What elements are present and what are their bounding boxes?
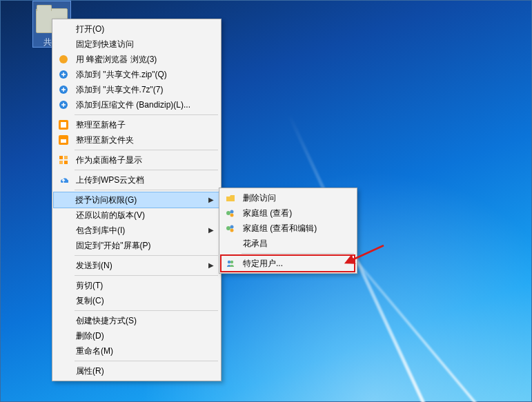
- submenu-arrow-icon: ▶: [208, 192, 214, 208]
- menu-add-zip[interactable]: 添加到 "共享文件.zip"(Q): [54, 67, 219, 82]
- menu-rename[interactable]: 重命名(M): [54, 343, 219, 359]
- menu-label: 打开(O): [76, 24, 104, 34]
- submenu-arrow-icon: ▶: [208, 223, 214, 238]
- menu-upload-wps[interactable]: 上传到WPS云文档: [54, 172, 219, 188]
- menu-grant-access[interactable]: 授予访问权限(G)▶: [53, 192, 220, 208]
- submenu-arrow-icon: ▶: [208, 258, 214, 273]
- menu-cut[interactable]: 剪切(T): [54, 278, 219, 293]
- menu-label: 整理至新格子: [76, 120, 126, 130]
- submenu-specific-users[interactable]: 特定用户...: [221, 256, 355, 271]
- menu-label: 复制(C): [76, 296, 104, 305]
- separator: [75, 361, 218, 361]
- grant-access-submenu: 删除访问 家庭组 (查看) 家庭组 (查看和编辑) 花承昌 特定用户...: [219, 188, 357, 274]
- menu-tidy-grid[interactable]: 整理至新格子: [54, 117, 219, 132]
- menu-label: 家庭组 (查看): [243, 208, 292, 218]
- menu-label: 添加到 "共享文件.zip"(Q): [76, 70, 167, 79]
- menu-add-compress[interactable]: 添加到压缩文件 (Bandizip)(L)...: [54, 97, 219, 112]
- separator: [75, 255, 218, 256]
- menu-browse-bee[interactable]: 用 蜂蜜浏览器 浏览(3): [54, 52, 219, 67]
- menu-copy[interactable]: 复制(C): [54, 293, 219, 308]
- svg-rect-9: [59, 161, 63, 164]
- menu-include-library[interactable]: 包含到库中(I)▶: [54, 223, 219, 238]
- context-menu: 打开(O) 固定到快速访问 用 蜂蜜浏览器 浏览(3) 添加到 "共享文件.zi…: [52, 19, 221, 381]
- bee-icon: [58, 54, 69, 65]
- menu-label: 创建快捷方式(S): [76, 316, 137, 325]
- svg-point-15: [230, 225, 234, 229]
- submenu-homegroup-view[interactable]: 家庭组 (查看): [221, 205, 355, 221]
- menu-label: 添加到 "共享文件.7z"(7): [76, 85, 164, 94]
- menu-label: 用 蜂蜜浏览器 浏览(3): [76, 54, 157, 64]
- bandizip-icon: [58, 69, 69, 80]
- menu-pin-quick-access[interactable]: 固定到快速访问: [54, 37, 219, 52]
- menu-create-shortcut[interactable]: 创建快捷方式(S): [54, 313, 219, 328]
- menu-label: 特定用户...: [243, 259, 283, 268]
- svg-rect-8: [64, 156, 68, 159]
- separator: [75, 150, 218, 150]
- menu-label: 上传到WPS云文档: [76, 175, 144, 185]
- bandizip-icon: [58, 99, 69, 110]
- cloud-upload-icon: [58, 174, 69, 185]
- bandizip-icon: [58, 84, 69, 95]
- submenu-homegroup-edit[interactable]: 家庭组 (查看和编辑): [221, 221, 355, 236]
- menu-label: 家庭组 (查看和编辑): [243, 223, 317, 233]
- svg-point-11: [226, 211, 230, 215]
- menu-open[interactable]: 打开(O): [54, 21, 219, 37]
- menu-tidy-folder[interactable]: 整理至新文件夹: [54, 132, 219, 148]
- sharing-folder-icon: [225, 192, 236, 203]
- submenu-remove-access[interactable]: 删除访问: [221, 190, 355, 205]
- svg-point-12: [230, 210, 234, 214]
- menu-label: 剪切(T): [76, 281, 103, 290]
- menu-label: 添加到压缩文件 (Bandizip)(L)...: [76, 100, 190, 110]
- menu-label: 属性(R): [76, 366, 104, 376]
- menu-restore-previous[interactable]: 还原以前的版本(V): [54, 208, 219, 223]
- menu-label: 花承昌: [243, 239, 268, 248]
- menu-add-7z[interactable]: 添加到 "共享文件.7z"(7): [54, 82, 219, 97]
- svg-point-0: [59, 55, 68, 63]
- users-icon: [225, 258, 236, 269]
- homegroup-icon: [225, 223, 236, 234]
- menu-label: 删除访问: [243, 193, 276, 203]
- menu-label: 发送到(N): [76, 261, 112, 270]
- grid-view-icon: [58, 154, 69, 165]
- menu-label: 删除(D): [76, 331, 104, 341]
- separator: [75, 114, 218, 115]
- svg-rect-10: [64, 161, 68, 164]
- menu-show-grid[interactable]: 作为桌面格子显示: [54, 152, 219, 168]
- svg-point-13: [230, 214, 234, 217]
- menu-label: 包含到库中(I): [76, 225, 125, 235]
- menu-label: 重命名(M): [76, 346, 113, 356]
- separator: [75, 170, 218, 170]
- folder-plus-icon: [58, 134, 69, 145]
- menu-label: 作为桌面格子显示: [76, 155, 142, 165]
- separator: [242, 253, 354, 254]
- menu-label: 授予访问权限(G): [75, 195, 137, 205]
- svg-point-16: [230, 229, 234, 232]
- menu-properties[interactable]: 属性(R): [54, 363, 219, 379]
- svg-rect-7: [59, 156, 63, 159]
- menu-label: 固定到"开始"屏幕(P): [76, 241, 151, 250]
- separator: [75, 275, 218, 276]
- menu-label: 还原以前的版本(V): [76, 210, 145, 220]
- svg-point-17: [228, 261, 230, 263]
- grid-icon: [58, 119, 69, 130]
- menu-pin-start[interactable]: 固定到"开始"屏幕(P): [54, 238, 219, 253]
- separator: [75, 190, 218, 190]
- separator: [75, 310, 218, 311]
- svg-point-14: [226, 226, 230, 230]
- menu-label: 固定到快速访问: [76, 39, 134, 49]
- menu-label: 整理至新文件夹: [76, 135, 134, 145]
- svg-rect-5: [61, 122, 66, 128]
- svg-point-18: [230, 261, 233, 263]
- menu-send-to[interactable]: 发送到(N)▶: [54, 258, 219, 273]
- menu-delete[interactable]: 删除(D): [54, 328, 219, 343]
- homegroup-icon: [225, 208, 236, 219]
- submenu-user[interactable]: 花承昌: [221, 236, 355, 251]
